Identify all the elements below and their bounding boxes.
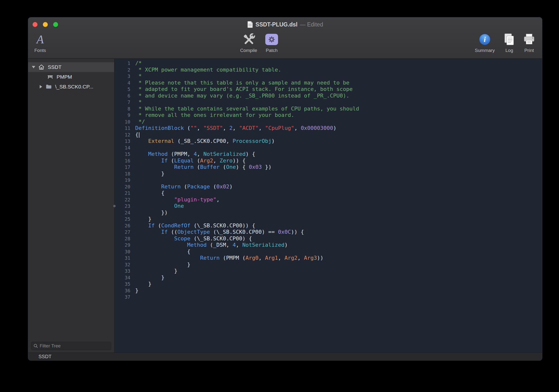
line-number: 16 — [115, 158, 130, 164]
code-editor[interactable]: 1/*2 * XCPM power management compatibili… — [115, 59, 542, 353]
code-line: 21 { — [115, 190, 542, 196]
line-number: 8 — [115, 106, 130, 112]
line-number: 9 — [115, 112, 130, 119]
line-number: 29 — [115, 242, 130, 248]
window-title: SSDT-PLUG.dsl — [255, 21, 297, 28]
tools-icon — [242, 33, 255, 46]
line-number: 21 — [115, 190, 130, 196]
line-number: 19 — [115, 177, 130, 184]
sidebar-item-label: \_SB.SCK0.CP... — [55, 84, 93, 90]
code-line: 28 Scope (\_SB.SCK0.CP00) { — [115, 235, 542, 242]
status-bar: SSDT — [28, 353, 542, 360]
code-line: 35 } — [115, 281, 542, 287]
code-line: 24 }) — [115, 209, 542, 216]
folder-icon — [44, 83, 54, 90]
window-header: SSDT-PLUG.dsl — Edited A Fonts Compile — [28, 17, 542, 59]
code-line: 31 Return (PMPM (Arg0, Arg1, Arg2, Arg3)… — [115, 255, 542, 261]
code-line: 32 } — [115, 261, 542, 268]
printer-icon — [523, 33, 536, 46]
line-number: 2 — [115, 67, 130, 73]
line-number: 1 — [115, 60, 130, 67]
line-number: 32 — [115, 261, 130, 268]
sidebar-item-label: SSDT — [48, 64, 61, 70]
sidebar-tree: SSDT PMPM — [28, 59, 114, 353]
code-line: 25 } — [115, 216, 542, 222]
line-number: 17 — [115, 164, 130, 171]
title-bar: SSDT-PLUG.dsl — Edited — [28, 17, 542, 32]
disclosure-expanded-icon[interactable] — [32, 66, 35, 68]
code-line: 15 Method (PMPM, 4, NotSerialized) { — [115, 151, 542, 158]
code-line: 9 * remove all the ones irrelevant for y… — [115, 112, 542, 119]
line-number: 34 — [115, 274, 130, 281]
line-number: 37 — [115, 294, 130, 300]
code-line: 17 Return (Buffer (One) { 0x03 }) — [115, 164, 542, 171]
line-number: 35 — [115, 281, 130, 287]
line-number: 28 — [115, 235, 130, 242]
line-number: 27 — [115, 229, 130, 235]
code-line: 18 } — [115, 171, 542, 177]
code-line: 6 * and device name may vary (e.g. _SB_.… — [115, 93, 542, 99]
code-line: 2 * XCPM power management compatibility … — [115, 67, 542, 73]
disclosure-collapsed-icon[interactable] — [40, 85, 42, 88]
line-number: 4 — [115, 80, 130, 86]
filter-tree-input[interactable] — [40, 343, 109, 349]
filter-field — [31, 342, 111, 350]
fonts-button[interactable]: A Fonts — [29, 32, 51, 53]
content-area: SSDT PMPM — [28, 59, 542, 353]
summary-label: Summary — [475, 48, 495, 53]
status-text: SSDT — [38, 354, 51, 359]
code-line: 34 } — [115, 274, 542, 281]
patch-label: Patch — [266, 48, 278, 53]
line-number: 3 — [115, 73, 130, 80]
log-label: Log — [505, 48, 513, 53]
line-number: 36 — [115, 287, 130, 294]
window-title-suffix: — Edited — [300, 21, 323, 28]
code-line: 14 — [115, 145, 542, 151]
sidebar-item-ssdt[interactable]: SSDT — [28, 62, 114, 72]
search-icon — [33, 343, 38, 348]
fonts-label: Fonts — [34, 48, 46, 53]
splitter-handle[interactable] — [113, 205, 116, 207]
code-line: 37 — [115, 294, 542, 300]
code-line: 27 If ((ObjectType (\_SB.SCK0.CP00) == 0… — [115, 229, 542, 235]
code-line: 36} — [115, 287, 542, 294]
sidebar-item-sb-sck0[interactable]: \_SB.SCK0.CP... — [28, 82, 114, 92]
line-number: 31 — [115, 255, 130, 261]
patch-button[interactable]: Patch — [261, 32, 283, 53]
line-number: 10 — [115, 119, 130, 125]
sidebar-item-pmpm[interactable]: PMPM — [28, 72, 114, 82]
code-line: 16 If (LEqual (Arg2, Zero)) { — [115, 158, 542, 164]
code-lines: 1/*2 * XCPM power management compatibili… — [115, 60, 542, 300]
code-line: 30 { — [115, 248, 542, 255]
document-icon — [247, 21, 253, 28]
print-label: Print — [524, 48, 534, 53]
code-line: 26 If (CondRefOf (\_SB.SCK0.CP00)) { — [115, 222, 542, 229]
line-number: 14 — [115, 145, 130, 151]
compile-label: Compile — [240, 48, 257, 53]
info-icon: i — [479, 34, 490, 45]
text-caret — [139, 132, 139, 138]
house-icon — [36, 64, 46, 71]
print-button[interactable]: Print — [518, 32, 540, 53]
code-line: 4 * Please note that this table is only … — [115, 80, 542, 86]
line-number: 22 — [115, 196, 130, 203]
code-line: 5 * adapted to fit your board's ACPI sta… — [115, 86, 542, 93]
line-number: 6 — [115, 93, 130, 99]
sidebar-item-label: PMPM — [57, 74, 72, 80]
line-number: 30 — [115, 248, 130, 255]
line-number: 11 — [115, 125, 130, 132]
code-line: 22 "plugin-type", — [115, 196, 542, 203]
code-line: 7 * — [115, 99, 542, 106]
line-number: 5 — [115, 86, 130, 93]
summary-button[interactable]: i Summary — [474, 32, 496, 53]
code-line: 20 Return (Package (0x02) — [115, 184, 542, 190]
compile-button[interactable]: Compile — [238, 32, 260, 53]
maciasl-window: SSDT-PLUG.dsl — Edited A Fonts Compile — [28, 17, 542, 361]
patch-bench-icon — [45, 74, 55, 80]
code-line: 13 External (_SB_.SCK0.CP00, ProcessorOb… — [115, 138, 542, 145]
line-number: 15 — [115, 151, 130, 158]
code-line: 10 */ — [115, 119, 542, 125]
log-button[interactable]: Log — [498, 32, 520, 53]
line-number: 33 — [115, 268, 130, 274]
code-line: 19 — [115, 177, 542, 184]
